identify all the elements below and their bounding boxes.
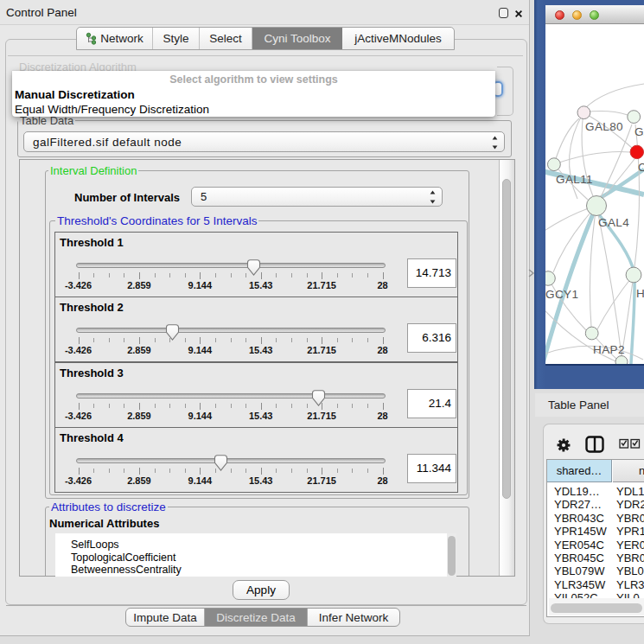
svg-text:GAL11: GAL11 bbox=[556, 173, 593, 186]
svg-text:GAL80: GAL80 bbox=[585, 120, 623, 133]
svg-text:GCY1: GCY1 bbox=[545, 288, 578, 301]
svg-text:GA: GA bbox=[634, 125, 644, 138]
svg-text:C: C bbox=[638, 161, 644, 174]
svg-text:HAP2: HAP2 bbox=[593, 343, 625, 356]
svg-text:H: H bbox=[636, 287, 644, 300]
svg-text:GAL4: GAL4 bbox=[598, 216, 629, 229]
